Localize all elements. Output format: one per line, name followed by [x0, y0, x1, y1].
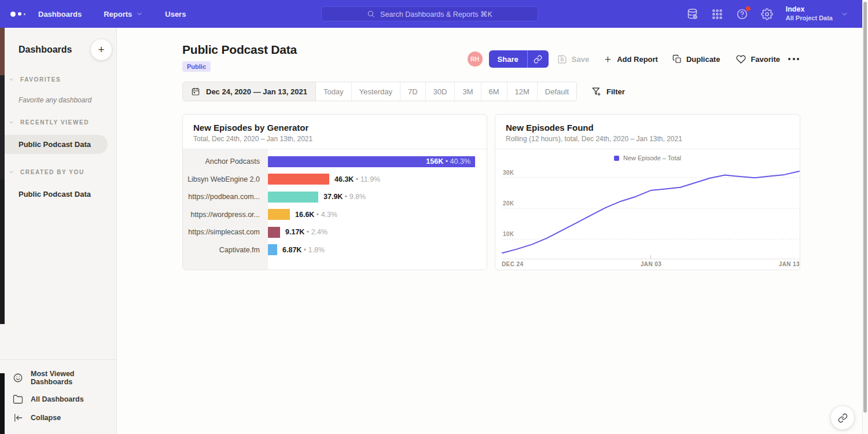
chevron-down-icon	[136, 10, 143, 17]
bar-row: https://podbean.com...37.9K • 9.8%	[183, 188, 487, 206]
data-source-icon[interactable]	[686, 8, 698, 20]
bar-zone: 6.87K • 1.8%	[268, 244, 487, 255]
footer-label: Most Viewed Dashboards	[31, 370, 116, 386]
bar-zone: 37.9K • 9.8%	[268, 192, 487, 203]
chart-title: New Episodes by Generator	[193, 123, 476, 133]
smiley-icon	[13, 373, 23, 383]
y-axis-tick-label: 20K	[503, 200, 514, 207]
footer-collapse[interactable]: Collapse	[0, 409, 116, 427]
favorite-button[interactable]: Favorite	[736, 54, 780, 64]
add-report-button[interactable]: Add Report	[604, 55, 658, 64]
copy-page-link-button[interactable]	[831, 406, 854, 429]
bar-zone: 156K • 40.3%	[268, 156, 487, 167]
chevron-down-icon	[841, 10, 848, 18]
settings-icon[interactable]	[761, 8, 773, 20]
bar-captivate-fm	[268, 244, 277, 255]
legend-label: New Episode – Total	[623, 155, 681, 161]
section-toggle-favorites[interactable]: FAVORITES	[0, 76, 116, 83]
add-report-label: Add Report	[617, 55, 658, 64]
preset-3m[interactable]: 3M	[455, 82, 481, 101]
bar-row: Anchor Podcasts156K • 40.3%	[183, 153, 487, 171]
footer-most-viewed-dashboards[interactable]: Most Viewed Dashboards	[0, 366, 116, 390]
chart-legend: New Episode – Total	[495, 153, 800, 163]
filter-label: Filter	[606, 87, 625, 96]
avatar[interactable]: RH	[468, 52, 483, 67]
search-placeholder: Search Dashboards & Reports ⌘K	[380, 10, 492, 19]
favorites-empty-hint: Favorite any dashboard	[0, 96, 116, 104]
bar-row: Libsyn WebEngine 2.046.3K • 11.9%	[183, 171, 487, 189]
y-axis-tick-label: 30K	[503, 170, 514, 176]
chevron-down-icon	[8, 76, 14, 83]
window-edge-sliver	[0, 75, 5, 179]
bar-row: https://wordpress.or...16.6K • 4.3%	[183, 206, 487, 224]
bar-value: 16.6K • 4.3%	[295, 211, 337, 219]
preset-30d[interactable]: 30D	[426, 82, 455, 101]
preset-7d[interactable]: 7D	[400, 82, 426, 101]
nav-dashboards[interactable]: Dashboards	[38, 10, 82, 19]
copy-share-link-button[interactable]	[528, 50, 549, 68]
line-chart-body: New Episode – Total 10K20K30K DEC 24JAN …	[495, 149, 800, 267]
heart-icon	[736, 54, 746, 64]
section-label: RECENTLY VIEWED	[20, 119, 89, 126]
section-toggle-created-by-you[interactable]: CREATED BY YOU	[0, 169, 116, 175]
search-input[interactable]: Search Dashboards & Reports ⌘K	[321, 6, 538, 21]
chart-subtitle: Total, Dec 24th, 2020 – Jan 13th, 2021	[193, 135, 476, 143]
date-range-picker[interactable]: Dec 24, 2020 — Jan 13, 2021	[183, 82, 316, 101]
bar-value: 156K • 40.3%	[426, 156, 470, 167]
more-actions-button[interactable]	[786, 56, 801, 62]
search-icon	[367, 10, 375, 18]
preset-today[interactable]: Today	[316, 82, 352, 101]
line-plot-holder: 10K20K30K	[495, 167, 800, 259]
preset-6m[interactable]: 6M	[481, 82, 507, 101]
date-presets: TodayYesterday7D30D3M6M12MDefault	[316, 82, 576, 101]
nav-label: Dashboards	[38, 10, 82, 19]
preset-default[interactable]: Default	[538, 82, 576, 101]
section-label: FAVORITES	[20, 76, 61, 83]
footer-label: All Dashboards	[31, 395, 84, 403]
dashboard-header-row: Public Podcast Data Public RH Share Save	[182, 43, 801, 72]
bar-chart-card: New Episodes by Generator Total, Dec 24t…	[182, 114, 487, 270]
sidebar-item-public-podcast-data[interactable]: Public Podcast Data	[0, 135, 108, 154]
line-chart-header: New Episodes Found Rolling (12 hours), t…	[495, 115, 800, 149]
bar-category-label: Libsyn WebEngine 2.0	[183, 175, 268, 183]
sidebar-title: Dashboards	[19, 45, 72, 55]
help-icon[interactable]	[736, 8, 748, 20]
scrollbar-thumb[interactable]	[863, 2, 867, 413]
legend-swatch	[614, 156, 619, 161]
x-axis-tick-label: DEC 24	[502, 261, 523, 267]
chart-subtitle: Rolling (12 hours), total, Dec 24th, 202…	[506, 135, 789, 143]
window-edge-sliver	[0, 179, 5, 324]
logo-dots-icon[interactable]	[10, 0, 25, 28]
sidebar-item-public-podcast-data[interactable]: Public Podcast Data	[0, 185, 116, 204]
date-controls-row: Dec 24, 2020 — Jan 13, 2021 TodayYesterd…	[182, 82, 801, 101]
date-range-value: Dec 24, 2020 — Jan 13, 2021	[206, 87, 307, 96]
x-axis-tick-label: JAN 13	[779, 261, 800, 267]
project-scope: All Project Data	[786, 14, 833, 23]
save-button[interactable]: Save	[557, 54, 589, 64]
share-button[interactable]: Share	[489, 50, 549, 68]
chart-title: New Episodes Found	[506, 123, 789, 133]
sidebar-section-recently-viewed: RECENTLY VIEWEDPublic Podcast Data	[0, 119, 116, 154]
calendar-icon	[191, 87, 200, 96]
bar-anchor-podcasts: 156K • 40.3%	[268, 156, 475, 167]
notification-dot	[746, 6, 751, 11]
chevron-down-icon	[8, 169, 14, 175]
sidebar: Dashboards + FAVORITESFavorite any dashb…	[0, 28, 117, 434]
footer-all-dashboards[interactable]: All Dashboards	[0, 390, 116, 409]
sidebar-header: Dashboards +	[0, 28, 116, 60]
add-dashboard-button[interactable]: +	[91, 39, 112, 60]
line-series	[502, 171, 799, 253]
preset-12m[interactable]: 12M	[507, 82, 538, 101]
filter-button[interactable]: Filter	[591, 87, 625, 97]
project-switcher[interactable]: Index All Project Data	[786, 5, 848, 22]
line-chart-plot: 10K20K30K	[502, 167, 800, 259]
apps-grid-icon[interactable]	[711, 8, 723, 20]
nav-reports[interactable]: Reports	[104, 10, 143, 19]
plus-icon	[604, 55, 612, 64]
preset-yesterday[interactable]: Yesterday	[352, 82, 400, 101]
section-toggle-recently-viewed[interactable]: RECENTLY VIEWED	[0, 119, 116, 126]
nav-users[interactable]: Users	[165, 10, 186, 19]
collapse-left-icon	[13, 413, 23, 423]
main-content: Public Podcast Data Public RH Share Save	[117, 28, 862, 434]
duplicate-button[interactable]: Duplicate	[672, 54, 720, 64]
